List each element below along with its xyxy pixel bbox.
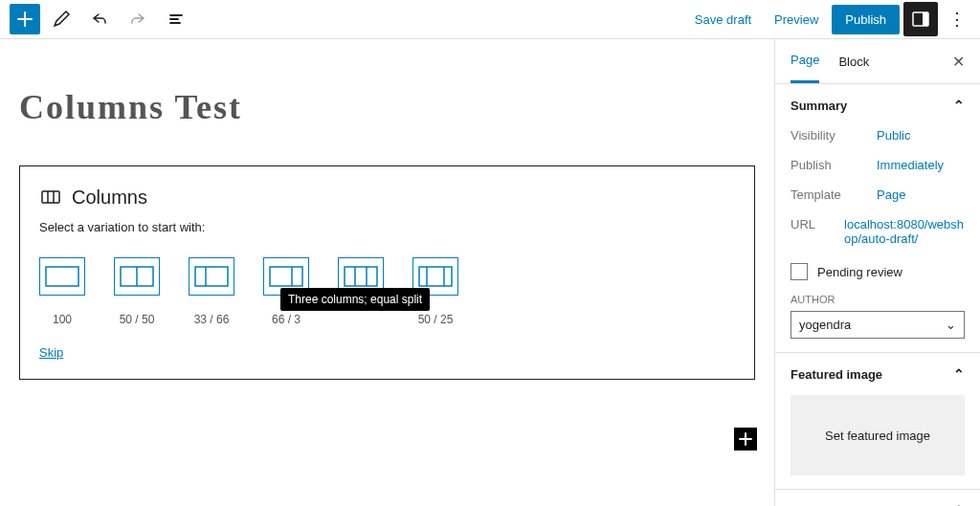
- preview-button[interactable]: Preview: [765, 7, 828, 33]
- set-featured-image-button[interactable]: Set featured image: [791, 395, 965, 475]
- panel-discussion: Discussion ⌃: [775, 490, 980, 506]
- undo-button[interactable]: [82, 2, 117, 36]
- author-label: AUTHOR: [791, 294, 965, 305]
- page-title[interactable]: Columns Test: [19, 87, 755, 127]
- chevron-up-icon: ⌃: [953, 366, 965, 382]
- panel-summary-toggle[interactable]: Summary ⌃: [791, 98, 965, 113]
- variation-tooltip: Three columns; equal split: [280, 288, 430, 311]
- more-options-button[interactable]: ⋮: [942, 9, 970, 30]
- tab-block[interactable]: Block: [838, 41, 869, 82]
- pending-review-checkbox[interactable]: [791, 263, 808, 280]
- skip-link[interactable]: Skip: [39, 345, 63, 360]
- url-value[interactable]: localhost:8080/webshop/auto-draft/: [844, 217, 965, 246]
- svg-rect-1: [923, 12, 928, 26]
- append-block-button[interactable]: [734, 428, 757, 451]
- svg-rect-8: [195, 267, 228, 286]
- author-select[interactable]: yogendra ⌄: [791, 311, 965, 339]
- add-block-button[interactable]: [10, 4, 40, 34]
- toolbar-right-group: Save draft Preview Publish ⋮: [685, 2, 970, 36]
- chevron-down-icon: ⌄: [946, 318, 956, 332]
- toolbar-left-group: [10, 2, 193, 36]
- template-label: Template: [791, 187, 877, 202]
- panel-featured-image: Featured image ⌃ Set featured image: [775, 353, 980, 490]
- pending-review-label: Pending review: [817, 265, 902, 279]
- chevron-up-icon: ⌃: [953, 98, 965, 113]
- svg-rect-2: [42, 191, 59, 203]
- settings-panel-toggle[interactable]: [903, 2, 938, 36]
- visibility-value[interactable]: Public: [877, 128, 910, 143]
- template-value[interactable]: Page: [877, 187, 905, 202]
- block-title: Columns: [72, 187, 147, 209]
- panel-summary: Summary ⌃ VisibilityPublic PublishImmedi…: [775, 84, 980, 353]
- variation-100[interactable]: 100: [39, 257, 85, 326]
- block-description: Select a variation to start with:: [39, 220, 735, 234]
- panel-featured-toggle[interactable]: Featured image ⌃: [791, 366, 965, 382]
- visibility-label: Visibility: [791, 128, 877, 143]
- publish-date-value[interactable]: Immediately: [877, 158, 944, 172]
- edit-mode-button[interactable]: [44, 2, 78, 36]
- redo-button[interactable]: [121, 2, 155, 36]
- block-header: Columns: [39, 186, 735, 209]
- columns-icon: [39, 186, 62, 209]
- publish-label: Publish: [791, 158, 877, 172]
- sidebar-tabs: Page Block ✕: [775, 39, 980, 84]
- document-outline-button[interactable]: [159, 2, 193, 36]
- settings-sidebar: Page Block ✕ Summary ⌃ VisibilityPublic …: [774, 39, 980, 506]
- editor-canvas: Columns Test Columns Select a variation …: [0, 39, 774, 506]
- close-sidebar-button[interactable]: ✕: [952, 53, 965, 71]
- editor-body: Columns Test Columns Select a variation …: [0, 39, 980, 506]
- svg-rect-5: [46, 267, 78, 286]
- variation-33-66[interactable]: 33 / 66: [189, 257, 234, 326]
- svg-rect-15: [419, 267, 452, 286]
- save-draft-button[interactable]: Save draft: [685, 7, 761, 33]
- variation-50-50[interactable]: 50 / 50: [114, 257, 160, 326]
- top-toolbar: Save draft Preview Publish ⋮: [0, 0, 980, 39]
- publish-button[interactable]: Publish: [832, 5, 900, 34]
- url-label: URL: [791, 217, 844, 246]
- tab-page[interactable]: Page: [791, 39, 819, 83]
- columns-block-placeholder: Columns Select a variation to start with…: [19, 165, 755, 380]
- svg-rect-12: [345, 267, 377, 286]
- svg-rect-10: [270, 267, 302, 286]
